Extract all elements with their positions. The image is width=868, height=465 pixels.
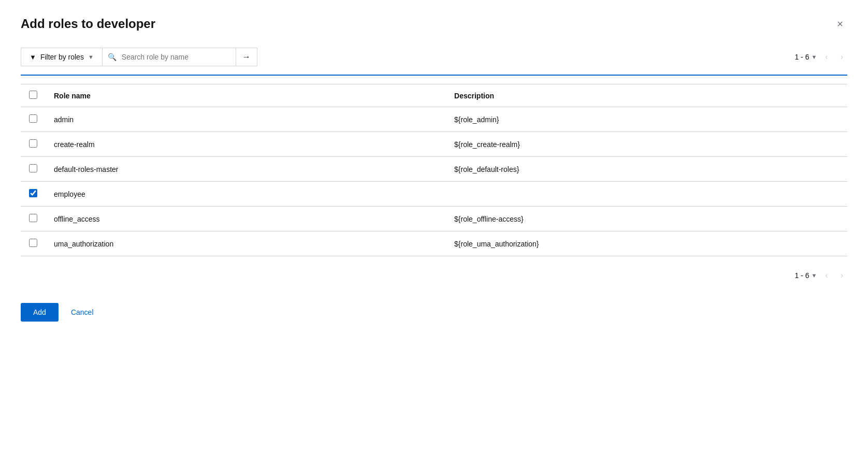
row-description: ${role_uma_authorization} bbox=[446, 231, 847, 256]
filter-icon: ▼ bbox=[30, 53, 36, 61]
chevron-down-icon: ▼ bbox=[88, 54, 94, 60]
header-description: Description bbox=[446, 84, 847, 107]
close-button[interactable]: × bbox=[833, 17, 847, 31]
search-wrapper: 🔍 → bbox=[102, 48, 257, 66]
pagination-range-top: 1 - 6 ▼ bbox=[794, 53, 817, 61]
roles-table: Role name Description admin${role_admin}… bbox=[21, 84, 847, 256]
table-body: admin${role_admin}create-realm${role_cre… bbox=[21, 107, 847, 256]
dialog-header: Add roles to developer × bbox=[21, 17, 847, 31]
row-role-name: admin bbox=[46, 107, 446, 132]
filter-label: Filter by roles bbox=[40, 53, 84, 61]
row-role-name: employee bbox=[46, 182, 446, 207]
footer-actions: Add Cancel bbox=[21, 303, 847, 322]
row-checkbox-create-realm[interactable] bbox=[29, 139, 37, 148]
table-row: uma_authorization${role_uma_authorizatio… bbox=[21, 231, 847, 256]
pagination-bottom-dropdown-icon: ▼ bbox=[811, 272, 817, 279]
next-page-button-top[interactable]: › bbox=[836, 50, 847, 64]
row-description bbox=[446, 182, 847, 207]
filter-by-roles-button[interactable]: ▼ Filter by roles ▼ bbox=[21, 48, 102, 66]
row-description: ${role_create-realm} bbox=[446, 132, 847, 157]
row-role-name: uma_authorization bbox=[46, 231, 446, 256]
row-checkbox-employee[interactable] bbox=[29, 189, 37, 197]
table-row: employee bbox=[21, 182, 847, 207]
dialog-title: Add roles to developer bbox=[21, 17, 155, 31]
cancel-button[interactable]: Cancel bbox=[67, 303, 98, 322]
row-description: ${role_admin} bbox=[446, 107, 847, 132]
table-row: default-roles-master${role_default-roles… bbox=[21, 157, 847, 182]
row-checkbox-cell bbox=[21, 157, 46, 182]
prev-page-button-bottom[interactable]: ‹ bbox=[821, 269, 832, 282]
prev-page-button-top[interactable]: ‹ bbox=[821, 50, 832, 64]
table-row: create-realm${role_create-realm} bbox=[21, 132, 847, 157]
search-icon: 🔍 bbox=[103, 53, 122, 61]
search-go-button[interactable]: → bbox=[236, 48, 257, 66]
table-header-row: Role name Description bbox=[21, 84, 847, 107]
row-role-name: create-realm bbox=[46, 132, 446, 157]
select-all-checkbox[interactable] bbox=[29, 91, 37, 99]
row-checkbox-cell bbox=[21, 207, 46, 231]
pagination-bottom: 1 - 6 ▼ ‹ › bbox=[21, 265, 847, 282]
row-checkbox-offline_access[interactable] bbox=[29, 214, 37, 222]
table-row: offline_access${role_offline-access} bbox=[21, 207, 847, 231]
row-checkbox-cell bbox=[21, 107, 46, 132]
row-checkbox-cell bbox=[21, 132, 46, 157]
row-checkbox-cell bbox=[21, 182, 46, 207]
add-roles-dialog: Add roles to developer × ▼ Filter by rol… bbox=[0, 0, 868, 465]
table-row: admin${role_admin} bbox=[21, 107, 847, 132]
row-checkbox-default-roles-master[interactable] bbox=[29, 164, 37, 172]
toolbar: ▼ Filter by roles ▼ 🔍 → 1 - 6 ▼ ‹ › bbox=[21, 48, 847, 76]
pagination-top: 1 - 6 ▼ ‹ › bbox=[794, 50, 847, 64]
header-checkbox-cell bbox=[21, 84, 46, 107]
row-checkbox-cell bbox=[21, 231, 46, 256]
row-checkbox-admin[interactable] bbox=[29, 114, 37, 123]
row-role-name: default-roles-master bbox=[46, 157, 446, 182]
add-button[interactable]: Add bbox=[21, 303, 59, 322]
pagination-range-bottom: 1 - 6 ▼ bbox=[794, 271, 817, 280]
row-role-name: offline_access bbox=[46, 207, 446, 231]
row-description: ${role_default-roles} bbox=[446, 157, 847, 182]
row-checkbox-uma_authorization[interactable] bbox=[29, 239, 37, 247]
pagination-dropdown-icon: ▼ bbox=[811, 54, 817, 60]
search-input[interactable] bbox=[122, 53, 236, 61]
row-description: ${role_offline-access} bbox=[446, 207, 847, 231]
next-page-button-bottom[interactable]: › bbox=[836, 269, 847, 282]
header-rolename: Role name bbox=[46, 84, 446, 107]
